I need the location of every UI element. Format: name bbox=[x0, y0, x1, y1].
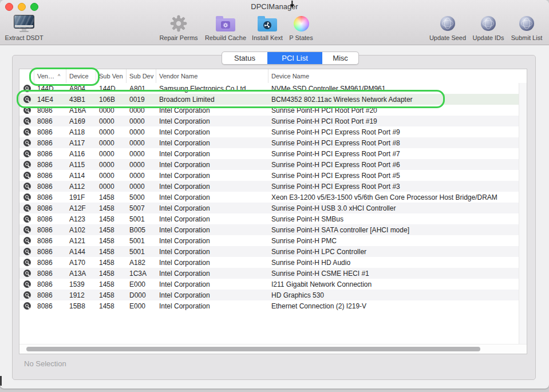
magnifier-lookup-icon[interactable] bbox=[23, 204, 31, 212]
toolbar-button-update-seed[interactable]: Update Seed bbox=[427, 13, 468, 41]
cell-sub-ven: 1458 bbox=[96, 280, 127, 288]
magnifier-lookup-icon[interactable] bbox=[23, 270, 31, 277]
cell-sub-dev: 5000 bbox=[127, 193, 156, 201]
magnifier-lookup-icon[interactable] bbox=[23, 117, 31, 125]
magnifier-lookup-icon[interactable] bbox=[23, 183, 31, 190]
cell-device-id: A121 bbox=[66, 237, 96, 245]
table-row[interactable]: 8086A16A00000000Intel CorporationSunrise… bbox=[19, 105, 527, 116]
cell-device-id: 1912 bbox=[66, 291, 96, 299]
toolbar-button-extract-dsdt[interactable]: Extract DSDT bbox=[1, 13, 47, 41]
magnifier-lookup-icon[interactable] bbox=[23, 96, 31, 103]
column-header-device-name[interactable]: Device Name bbox=[268, 69, 527, 83]
cell-vendor-id: 8086 bbox=[34, 302, 66, 310]
window-title: DPCIManager bbox=[0, 2, 549, 11]
cell-vendor-name: Samsung Electronics Co Ltd bbox=[156, 85, 268, 93]
magnifier-lookup-icon[interactable] bbox=[23, 193, 31, 201]
table-row[interactable]: 808615B81458E000Intel CorporationEtherne… bbox=[19, 300, 527, 311]
table-row[interactable]: 144DA804144DA801Samsung Electronics Co L… bbox=[19, 83, 527, 94]
column-header-device-id[interactable]: Device bbox=[66, 69, 96, 83]
lookup-cell bbox=[19, 96, 34, 103]
cell-device-name: Sunrise Point-H PCI Express Root Port #8 bbox=[268, 139, 527, 147]
horizontal-scrollbar-thumb[interactable] bbox=[26, 347, 480, 351]
table-header: Ven… ^ Device Sub Ven Sub Dev Vendor Nam… bbox=[19, 69, 527, 84]
magnifier-lookup-icon[interactable] bbox=[23, 172, 31, 179]
lookup-cell bbox=[19, 226, 34, 233]
cell-vendor-id: 14E4 bbox=[34, 96, 66, 104]
table-row[interactable]: 8086A12F14585007Intel CorporationSunrise… bbox=[19, 203, 527, 213]
table-row[interactable]: 8086A11600000000Intel CorporationSunrise… bbox=[19, 148, 527, 159]
magnifier-lookup-icon[interactable] bbox=[23, 248, 31, 255]
magnifier-lookup-icon[interactable] bbox=[23, 237, 31, 244]
table-row[interactable]: 8086A11700000000Intel CorporationSunrise… bbox=[19, 137, 527, 148]
radiation-icon bbox=[264, 22, 270, 28]
cell-device-name: Sunrise Point-H SMBus bbox=[268, 215, 527, 223]
tab-misc[interactable]: Misc bbox=[322, 52, 358, 64]
table-row[interactable]: 8086A14414585001Intel CorporationSunrise… bbox=[19, 246, 527, 257]
cell-sub-ven: 0000 bbox=[96, 117, 127, 125]
table-row[interactable]: 8086191F14585000Intel CorporationXeon E3… bbox=[19, 192, 527, 203]
cell-sub-dev: 0000 bbox=[127, 117, 156, 125]
cell-sub-dev: 0019 bbox=[127, 96, 156, 104]
cell-vendor-id: 8086 bbox=[34, 226, 66, 234]
table-row[interactable]: 808615391458E000Intel CorporationI211 Gi… bbox=[19, 279, 527, 290]
cell-device-id: A144 bbox=[66, 248, 96, 256]
column-header-vendor-name[interactable]: Vendor Name bbox=[156, 69, 268, 83]
cell-sub-ven: 1458 bbox=[96, 259, 127, 267]
cell-vendor-name: Intel Corporation bbox=[156, 270, 268, 278]
cell-vendor-name: Intel Corporation bbox=[156, 106, 268, 114]
table-row[interactable]: 8086A11500000000Intel CorporationSunrise… bbox=[19, 159, 527, 170]
color-wheel-icon bbox=[294, 16, 309, 31]
cell-vendor-id: 8086 bbox=[34, 215, 66, 223]
lookup-cell bbox=[19, 172, 34, 179]
table-row[interactable]: 8086A16900000000Intel CorporationSunrise… bbox=[19, 116, 527, 126]
pci-device-table: Ven… ^ Device Sub Ven Sub Dev Vendor Nam… bbox=[19, 69, 527, 354]
table-row[interactable]: 8086A11800000000Intel CorporationSunrise… bbox=[19, 126, 527, 137]
table-row[interactable]: 8086A13A14581C3AIntel CorporationSunrise… bbox=[19, 268, 527, 279]
cell-device-id: A116 bbox=[66, 150, 96, 158]
cell-device-name: I211 Gigabit Network Connection bbox=[268, 280, 527, 288]
cell-device-id: A117 bbox=[66, 139, 96, 147]
magnifier-lookup-icon[interactable] bbox=[23, 139, 31, 146]
toolbar-button-repair-perms[interactable]: Repair Perms bbox=[156, 13, 202, 41]
magnifier-lookup-icon[interactable] bbox=[23, 85, 31, 92]
tab-status[interactable]: Status bbox=[222, 52, 267, 64]
toolbar-button-install-kext[interactable]: Install Kext bbox=[250, 13, 285, 41]
cell-sub-ven: 1458 bbox=[96, 193, 127, 201]
magnifier-lookup-icon[interactable] bbox=[23, 161, 31, 168]
column-header-sub-ven[interactable]: Sub Ven bbox=[96, 69, 127, 83]
cell-vendor-name: Intel Corporation bbox=[156, 226, 268, 234]
tab-pci-list[interactable]: PCI List bbox=[267, 52, 322, 64]
table-row[interactable]: 808619121458D000Intel CorporationHD Grap… bbox=[19, 290, 527, 300]
cell-vendor-name: Intel Corporation bbox=[156, 204, 268, 212]
magnifier-lookup-icon[interactable] bbox=[23, 280, 31, 288]
toolbar-button-submit-list[interactable]: Submit List bbox=[507, 13, 546, 41]
table-row[interactable]: 14E443B1106B0019Broadcom LimitedBCM4352 … bbox=[19, 94, 527, 105]
magnifier-lookup-icon[interactable] bbox=[23, 226, 31, 233]
cell-device-name: Sunrise Point-H CSME HECI #1 bbox=[268, 270, 527, 278]
sort-ascending-indicator: ^ bbox=[58, 73, 60, 79]
magnifier-lookup-icon[interactable] bbox=[23, 259, 31, 266]
magnifier-lookup-icon[interactable] bbox=[23, 215, 31, 223]
table-row[interactable]: 8086A1701458A182Intel CorporationSunrise… bbox=[19, 257, 527, 268]
table-row[interactable]: 8086A11400000000Intel CorporationSunrise… bbox=[19, 170, 527, 181]
column-header-vendor-id[interactable]: Ven… ^ bbox=[34, 69, 66, 83]
cell-device-id: A115 bbox=[66, 161, 96, 169]
cell-vendor-name: Intel Corporation bbox=[156, 161, 268, 169]
column-header-sub-dev[interactable]: Sub Dev bbox=[127, 69, 156, 83]
cell-sub-dev: A801 bbox=[127, 85, 156, 93]
cell-sub-ven: 0000 bbox=[96, 128, 127, 136]
table-row[interactable]: 8086A12314585001Intel CorporationSunrise… bbox=[19, 213, 527, 224]
toolbar-button-update-ids[interactable]: Update IDs bbox=[469, 13, 507, 41]
table-row[interactable]: 8086A11200000000Intel CorporationSunrise… bbox=[19, 181, 527, 192]
table-row[interactable]: 8086A12114585001Intel CorporationSunrise… bbox=[19, 235, 527, 246]
magnifier-lookup-icon[interactable] bbox=[23, 128, 31, 136]
cell-sub-dev: 0000 bbox=[127, 106, 156, 114]
cell-vendor-id: 8086 bbox=[34, 161, 66, 169]
toolbar-button-p-states[interactable]: P States bbox=[285, 13, 317, 41]
magnifier-lookup-icon[interactable] bbox=[23, 291, 31, 299]
magnifier-lookup-icon[interactable] bbox=[23, 150, 31, 157]
magnifier-lookup-icon[interactable] bbox=[23, 302, 31, 310]
table-row[interactable]: 8086A1021458B005Intel CorporationSunrise… bbox=[19, 224, 527, 235]
magnifier-lookup-icon[interactable] bbox=[23, 106, 31, 114]
toolbar-button-rebuild-cache[interactable]: Rebuild Cache bbox=[202, 13, 250, 41]
